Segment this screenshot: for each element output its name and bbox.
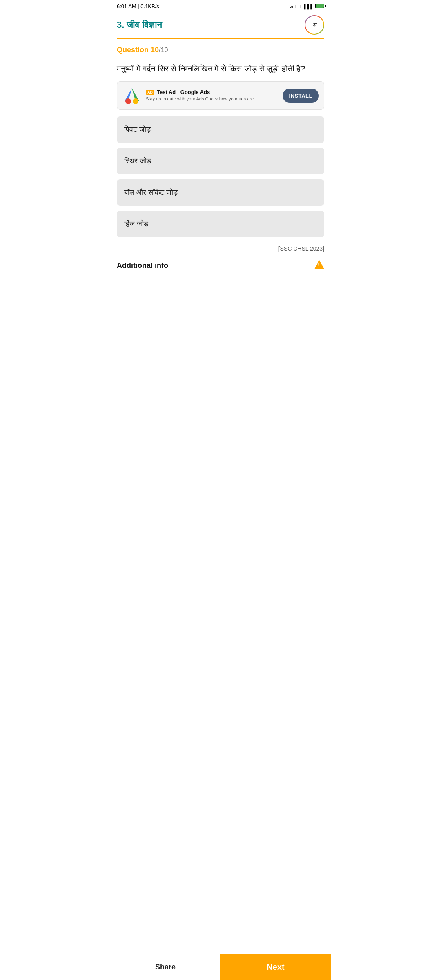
warning-triangle-icon [314,260,324,269]
svg-point-4 [125,98,131,104]
additional-info-section: Additional info [110,257,331,274]
battery-icon [315,4,324,9]
ad-banner: AD Test Ad : Google Ads Stay up to date … [117,81,324,110]
section-divider [117,38,324,39]
ad-subtitle: Stay up to date with your Ads Check how … [146,96,278,102]
avatar-inner: अ [305,16,323,34]
question-text: मनुष्यों में गर्दन सिर से निम्नलिखित में… [110,59,331,81]
question-total: /10 [159,47,168,53]
status-icons: VoLTE ▌▌▌ [289,4,324,9]
avatar[interactable]: अ [305,15,324,35]
question-current: Question 10 [117,46,159,54]
option-2[interactable]: स्थिर जोड़ [117,148,324,174]
signal-icon: ▌▌▌ [304,4,314,9]
ad-title: Test Ad : Google Ads [157,89,210,95]
option-3[interactable]: बॉल और सॉकेट जोड़ [117,179,324,206]
question-progress: Question 10/10 [110,46,331,59]
ad-badge-row: AD Test Ad : Google Ads [146,89,278,95]
ad-logo [122,86,142,105]
header: 3. जीव विज्ञान अ [110,11,331,38]
warning-icon [314,260,324,271]
network-icon: VoLTE [289,4,302,9]
svg-point-3 [133,98,138,104]
source-tag: [SSC CHSL 2023] [110,242,331,257]
question-label: Question 10/10 [117,46,168,54]
option-1[interactable]: पिवट जोड़ [117,116,324,143]
page-title: 3. जीव विज्ञान [117,20,162,30]
status-bar: 6:01 AM | 0.1KB/s VoLTE ▌▌▌ [110,0,331,11]
option-4[interactable]: हिंज जोड़ [117,211,324,237]
ad-install-button[interactable]: INSTALL [283,89,319,103]
ad-text-area: AD Test Ad : Google Ads Stay up to date … [146,89,278,102]
options-container: पिवट जोड़ स्थिर जोड़ बॉल और सॉकेट जोड़ ह… [110,116,331,242]
google-ads-logo-icon [122,86,142,105]
ad-badge: AD [146,90,154,95]
status-time: 6:01 AM | 0.1KB/s [117,3,159,9]
additional-info-label: Additional info [117,261,168,270]
